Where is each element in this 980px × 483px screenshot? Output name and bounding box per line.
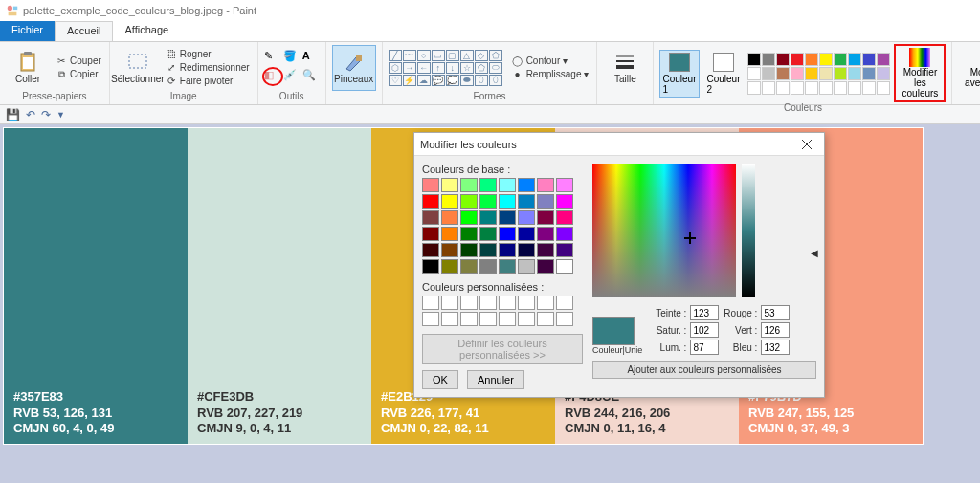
basic-color-swatch[interactable] [556,243,573,257]
paste-button[interactable]: Coller [6,45,50,91]
color1-button[interactable]: Couleur 1 [659,50,700,98]
basic-colors-grid[interactable] [422,178,583,274]
color-palette[interactable] [747,53,890,95]
custom-colors-grid[interactable] [422,296,583,326]
basic-color-swatch[interactable] [422,194,439,209]
palette-swatch[interactable] [862,81,876,95]
red-input[interactable] [761,305,790,320]
basic-color-swatch[interactable] [441,259,458,274]
basic-color-swatch[interactable] [441,210,458,225]
paint3d-button[interactable]: 🎈 Modifier avec Paint 3D [958,44,980,100]
add-to-custom-button[interactable]: Ajouter aux couleurs personnalisées [592,361,816,379]
color2-button[interactable]: Couleur 2 [703,50,744,98]
basic-color-swatch[interactable] [537,194,554,209]
palette-swatch[interactable] [747,81,761,95]
magnifier-tool[interactable]: 🔍 [302,69,320,86]
basic-color-swatch[interactable] [518,259,535,274]
resize-button[interactable]: ⤢Redimensionner [164,61,252,75]
shape-fill[interactable]: ●Remplissage ▾ [510,68,591,81]
basic-color-swatch[interactable] [460,178,478,192]
eraser-tool[interactable]: ◧ [264,69,281,86]
palette-swatch[interactable] [834,53,847,66]
crop-button[interactable]: ⿻Rogner [164,48,252,61]
hue-input[interactable] [690,305,719,320]
basic-color-swatch[interactable] [537,243,554,257]
basic-color-swatch[interactable] [518,194,535,209]
edit-colors-button[interactable]: Modifier les couleurs [894,44,946,102]
palette-swatch[interactable] [776,53,790,66]
basic-color-swatch[interactable] [479,194,497,209]
palette-swatch[interactable] [877,81,890,95]
select-button[interactable]: Sélectionner [116,45,160,91]
size-button[interactable]: Taille [603,45,647,91]
basic-color-swatch[interactable] [460,210,478,225]
rotate-button[interactable]: ⟳Faire pivoter [164,75,252,88]
basic-color-swatch[interactable] [556,178,573,192]
close-button[interactable] [795,136,818,153]
basic-color-swatch[interactable] [499,259,516,274]
green-input[interactable] [761,322,790,338]
basic-color-swatch[interactable] [537,227,554,241]
basic-color-swatch[interactable] [556,194,573,209]
basic-color-swatch[interactable] [537,210,554,225]
basic-color-swatch[interactable] [441,194,458,209]
basic-color-swatch[interactable] [422,178,439,192]
basic-color-swatch[interactable] [460,194,478,209]
blue-input[interactable] [761,340,790,355]
basic-color-swatch[interactable] [518,178,535,192]
tab-file[interactable]: Fichier [0,21,55,41]
basic-color-swatch[interactable] [479,178,497,192]
basic-color-swatch[interactable] [460,227,478,241]
palette-swatch[interactable] [848,53,861,66]
palette-swatch[interactable] [762,53,775,66]
palette-swatch[interactable] [776,81,790,95]
qat-dropdown[interactable]: ▼ [56,110,65,120]
basic-color-swatch[interactable] [422,227,439,241]
basic-color-swatch[interactable] [479,259,497,274]
palette-swatch[interactable] [747,67,761,80]
cut-button[interactable]: ✂Couper [54,55,103,68]
hue-saturation-field[interactable] [592,164,736,297]
basic-color-swatch[interactable] [499,210,516,225]
basic-color-swatch[interactable] [460,243,478,257]
basic-color-swatch[interactable] [556,210,573,225]
undo-button[interactable]: ↶ [26,108,35,121]
palette-swatch[interactable] [791,81,804,95]
luminance-slider[interactable] [742,164,755,297]
brushes-button[interactable]: Pinceaux [332,45,376,91]
palette-swatch[interactable] [819,67,833,80]
palette-swatch[interactable] [877,53,890,66]
basic-color-swatch[interactable] [518,210,535,225]
basic-color-swatch[interactable] [460,259,478,274]
redo-button[interactable]: ↷ [41,108,51,121]
palette-swatch[interactable] [862,53,876,66]
palette-swatch[interactable] [791,53,804,66]
shapes-gallery[interactable]: ╱〰○▭▢△◇⬠ ⬡→←↑↓☆⬠⬭ ♡⚡☁💬💭⬬⬯⬯ [389,50,502,86]
palette-swatch[interactable] [805,67,818,80]
basic-color-swatch[interactable] [518,227,535,241]
cancel-button[interactable]: Annuler [467,370,524,389]
bucket-tool[interactable]: 🪣 [283,50,301,67]
basic-color-swatch[interactable] [537,259,554,274]
basic-color-swatch[interactable] [422,243,439,257]
palette-swatch[interactable] [877,67,890,80]
palette-swatch[interactable] [834,81,847,95]
basic-color-swatch[interactable] [518,243,535,257]
palette-swatch[interactable] [848,81,861,95]
save-button[interactable]: 💾 [6,108,20,121]
shape-outline[interactable]: ◯Contour ▾ [510,55,591,68]
basic-color-swatch[interactable] [441,178,458,192]
palette-swatch[interactable] [848,67,861,80]
ok-button[interactable]: OK [422,370,458,389]
palette-swatch[interactable] [805,81,818,95]
palette-swatch[interactable] [762,81,775,95]
palette-swatch[interactable] [762,67,775,80]
basic-color-swatch[interactable] [479,243,497,257]
palette-swatch[interactable] [862,67,876,80]
palette-swatch[interactable] [791,67,804,80]
tab-view[interactable]: Affichage [113,21,180,41]
palette-swatch[interactable] [819,53,833,66]
palette-swatch[interactable] [819,81,833,95]
copy-button[interactable]: ⧉Copier [54,68,103,81]
basic-color-swatch[interactable] [441,227,458,241]
